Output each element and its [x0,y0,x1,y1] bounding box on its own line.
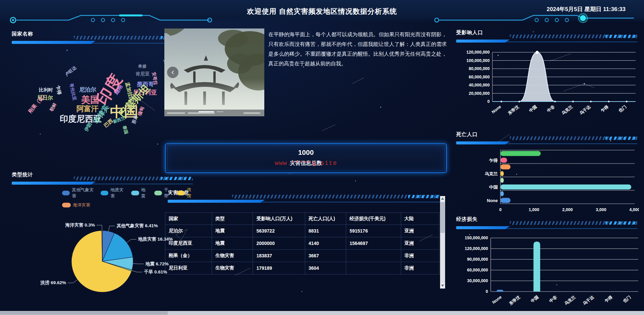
svg-text:1,000: 1,000 [529,207,539,212]
table-row: 尼日利亚生物灾害1791893604非洲 [165,262,439,274]
horizontal-page-scrollbar[interactable] [0,311,644,315]
legend-item[interactable]: 地质灾害 [101,187,126,199]
table-cell: 5915176 [346,225,401,237]
svg-text:0: 0 [487,99,490,104]
svg-text:20,000,000: 20,000,000 [469,91,490,96]
legend-swatch [101,191,108,195]
svg-text:乍得: 乍得 [489,158,498,163]
svg-text:中国: 中国 [528,104,538,113]
table-cell: 生物灾害 [212,262,253,274]
type-pie-chart[interactable]: 其他气象灾害 6.41%地质灾害 16.34%地震 6.72%干旱 0.61%洪… [20,207,181,308]
dashboard-root: 欢迎使用 自然灾害频发地区情况数据分析系统 2024年5月5日 星期日 11:3… [0,0,644,315]
scroll-up-button[interactable] [440,196,445,201]
legend-item[interactable]: 其他气象灾害 [62,187,95,199]
table-scrollbar[interactable] [440,196,445,289]
total-counter-panel: 1000 灾害信息总数 www.*****g.site [165,143,447,173]
section-header-info: 灾害信息 [168,190,440,204]
svg-text:120,000,000: 120,000,000 [465,246,488,251]
scrollbar-thumb[interactable] [440,202,445,233]
svg-text:None: None [487,198,498,203]
circuit-decoration-right [433,13,637,27]
wordcloud-word: 尼泊尔 [79,86,96,93]
top-header-bar: 欢迎使用 自然灾害频发地区情况数据分析系统 2024年5月5日 星期日 11:3… [0,0,644,22]
svg-text:None: None [491,104,502,114]
death-population-chart[interactable]: None中国乌克兰乍得01,0002,0003,0004,000 [456,147,639,217]
scroll-down-button[interactable] [440,283,445,289]
svg-text:东帝汶: 东帝汶 [506,104,520,116]
table-cell: 3667 [305,250,346,262]
table-cell: 印度尼西亚 [165,237,212,250]
table-header-cell: 经济损失(千美元) [346,213,401,225]
svg-text:3,000: 3,000 [596,207,606,212]
svg-text:也门: 也门 [618,104,627,113]
svg-text:乍得: 乍得 [603,295,613,304]
table-cell: 8831 [305,225,346,237]
wordcloud-word: 乍得 [55,85,62,95]
svg-text:None: None [491,295,502,305]
wordcloud-word: 希腊 [138,64,146,69]
legend-item[interactable]: 洪涝 [177,187,195,199]
watermark-text: www.*****g.site [166,160,446,167]
image-watermark [164,110,264,116]
svg-text:也门: 也门 [622,295,632,304]
table-cell: 1564697 [346,237,401,250]
carousel-photo [164,28,264,116]
svg-text:其他气象灾害 6.41%: 其他气象灾害 6.41% [117,223,158,228]
table-row: 尼泊尔地震563972288315915176亚洲 [165,225,439,237]
table-cell: 尼泊尔 [165,225,212,237]
table-row: 刚果（金）生物灾害1838373667非洲 [165,250,439,262]
svg-text:中国: 中国 [530,295,539,303]
wordcloud-word: 泰国 [121,125,129,135]
svg-text:2,000: 2,000 [562,207,573,212]
table-cell: 刚果（金） [165,250,212,262]
intro-paragraph: 在平静的海平面上，每个人都可以成为领航员。但如果只有阳光而没有阴影，只有欢乐而没… [268,29,447,68]
table-cell: 179189 [253,262,305,274]
svg-text:0: 0 [486,289,488,294]
table-header-cell: 受影响人口(万人) [253,213,305,225]
table-cell: 地震 [212,225,253,237]
svg-text:乍得: 乍得 [600,104,610,113]
carousel-prev-button[interactable]: ‹ [167,67,178,78]
legend-item[interactable]: 干旱 [154,187,172,199]
svg-text:乌克兰: 乌克兰 [561,104,574,116]
table-cell: 亚洲 [401,225,439,237]
image-carousel[interactable]: ‹ [164,28,264,116]
carousel-pager-idle[interactable] [217,111,223,112]
economic-loss-chart[interactable]: 030,000,00060,000,00090,000,000120,000,0… [451,232,642,313]
wordcloud-word: 卢旺达 [64,65,77,78]
wordcloud-word: 朝鲜 [48,102,58,113]
svg-text:乌克兰: 乌克兰 [484,171,498,176]
table-cell: 非洲 [401,250,439,262]
legend-swatch [177,191,185,195]
legend-swatch [62,191,70,195]
legend-item[interactable]: 地震 [131,187,149,199]
table-cell: 亚洲 [401,237,439,250]
affected-population-chart[interactable]: 020,000,00040,000,00060,000,00080,000,00… [456,47,639,123]
svg-text:150,000,000: 150,000,000 [465,236,488,240]
circuit-decoration-left [8,13,213,27]
svg-text:100,000,000: 100,000,000 [466,58,490,63]
svg-text:乌干达: 乌干达 [582,295,595,306]
svg-text:120,000,000: 120,000,000 [466,50,490,55]
country-wordcloud[interactable]: 希腊肯尼亚委内瑞拉安哥拉墨西哥尼日利亚孟加拉国越南比利时尼日尔乍得卢旺达哥伦比亚… [20,50,181,163]
legend-label: 干旱 [164,187,172,199]
svg-text:60,000,000: 60,000,000 [467,268,488,272]
table-row: 印度尼西亚地震200000041401564697亚洲 [165,237,439,250]
svg-text:乌干达: 乌干达 [579,104,592,116]
svg-text:干旱 0.61%: 干旱 0.61% [144,269,167,274]
table-header-cell: 类型 [212,213,253,225]
section-header-affected: 受影响人口 [456,29,637,44]
legend-label: 其他气象灾害 [72,187,95,199]
table-header-cell: 死亡人口(人) [305,213,346,225]
table-cell: 5639722 [253,225,305,237]
section-title: 死亡人口 [456,131,478,138]
horizontal-scrollbar-thumb[interactable] [0,311,168,315]
svg-text:80,000,000: 80,000,000 [469,66,490,71]
hatch-decoration [510,35,637,38]
table-cell [346,250,401,262]
hatch-decoration [232,195,440,198]
bar-decoration [456,40,510,43]
svg-text:中非: 中非 [546,104,556,113]
carousel-pager-active[interactable] [199,111,214,112]
wordcloud-word: 肯尼亚 [136,71,150,77]
